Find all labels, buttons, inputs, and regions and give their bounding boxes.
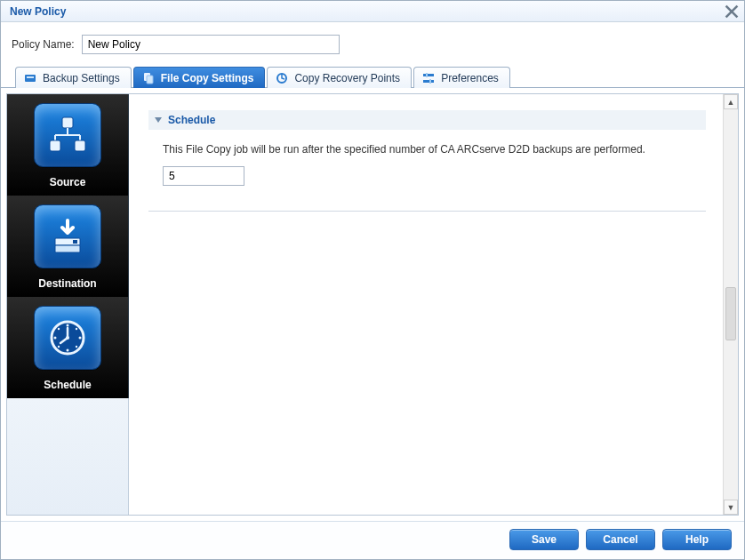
destination-icon bbox=[34, 204, 101, 268]
svg-rect-10 bbox=[429, 79, 431, 84]
tab-preferences[interactable]: Preferences bbox=[413, 67, 510, 88]
schedule-description: This File Copy job will be run after the… bbox=[163, 142, 661, 157]
file-copy-icon bbox=[141, 71, 156, 85]
tab-label: Backup Settings bbox=[43, 72, 120, 84]
cancel-button[interactable]: Cancel bbox=[586, 529, 655, 550]
schedule-section-header[interactable]: Schedule bbox=[148, 110, 706, 130]
svg-point-22 bbox=[67, 324, 69, 327]
tab-label: Copy Recovery Points bbox=[294, 72, 400, 84]
scroll-up-arrow-icon[interactable]: ▲ bbox=[724, 94, 738, 109]
svg-point-25 bbox=[79, 337, 82, 340]
policy-name-input[interactable] bbox=[82, 35, 340, 54]
policy-name-label: Policy Name: bbox=[12, 38, 75, 51]
titlebar: New Policy bbox=[1, 1, 744, 22]
tabs: Backup Settings File Copy Settings Copy … bbox=[1, 63, 744, 88]
svg-rect-3 bbox=[27, 76, 34, 78]
recovery-points-icon bbox=[275, 71, 289, 85]
svg-rect-19 bbox=[55, 245, 80, 252]
sidebar-filler bbox=[7, 398, 129, 515]
schedule-section-body: This File Copy job will be run after the… bbox=[148, 130, 706, 193]
sidebar-item-label: Destination bbox=[7, 274, 128, 292]
scroll-thumb[interactable] bbox=[725, 287, 736, 340]
collapse-triangle-icon bbox=[154, 116, 163, 124]
svg-point-24 bbox=[54, 337, 57, 340]
save-button[interactable]: Save bbox=[509, 529, 579, 550]
policy-name-row: Policy Name: bbox=[1, 22, 744, 63]
svg-point-29 bbox=[76, 346, 77, 348]
svg-rect-20 bbox=[73, 240, 77, 244]
preferences-icon bbox=[421, 71, 436, 85]
main-pane: Schedule This File Copy job will be run … bbox=[129, 94, 738, 515]
svg-point-27 bbox=[76, 328, 77, 330]
close-icon[interactable] bbox=[725, 4, 739, 19]
tab-copy-recovery-points[interactable]: Copy Recovery Points bbox=[267, 67, 412, 88]
svg-point-28 bbox=[58, 346, 60, 348]
svg-rect-11 bbox=[62, 117, 73, 128]
tab-backup-settings[interactable]: Backup Settings bbox=[15, 67, 132, 88]
tab-file-copy-settings[interactable]: File Copy Settings bbox=[133, 67, 266, 88]
sidebar-item-label: Schedule bbox=[7, 375, 128, 393]
sidebar-item-destination[interactable]: Destination bbox=[7, 196, 129, 297]
source-icon bbox=[34, 103, 101, 167]
dialog-footer: Save Cancel Help bbox=[1, 521, 744, 559]
schedule-icon bbox=[34, 306, 101, 370]
svg-point-32 bbox=[66, 336, 69, 340]
content-frame: Source Destination bbox=[6, 93, 739, 516]
svg-rect-9 bbox=[426, 73, 428, 77]
help-button[interactable]: Help bbox=[662, 529, 732, 550]
sidebar: Source Destination bbox=[7, 94, 129, 515]
sidebar-item-schedule[interactable]: Schedule bbox=[7, 297, 129, 398]
dialog-title: New Policy bbox=[10, 5, 66, 18]
new-policy-dialog: New Policy Policy Name: Backup Settings … bbox=[0, 0, 745, 560]
sidebar-item-source[interactable]: Source bbox=[7, 94, 129, 196]
scroll-track[interactable] bbox=[724, 109, 738, 500]
section-divider bbox=[148, 211, 706, 212]
backup-icon bbox=[23, 71, 37, 85]
tab-label: Preferences bbox=[441, 72, 499, 84]
svg-rect-5 bbox=[147, 76, 153, 84]
svg-point-23 bbox=[67, 349, 69, 352]
svg-rect-16 bbox=[50, 140, 60, 151]
svg-point-26 bbox=[58, 328, 60, 330]
scroll-down-arrow-icon[interactable]: ▼ bbox=[724, 500, 738, 515]
schedule-section-title: Schedule bbox=[168, 114, 215, 126]
svg-rect-8 bbox=[423, 80, 434, 83]
svg-rect-7 bbox=[423, 74, 434, 76]
svg-marker-33 bbox=[155, 117, 162, 123]
tab-label: File Copy Settings bbox=[161, 72, 254, 84]
sidebar-item-label: Source bbox=[7, 172, 128, 190]
svg-rect-17 bbox=[75, 140, 85, 151]
backup-count-input[interactable] bbox=[163, 166, 244, 186]
vertical-scrollbar[interactable]: ▲ ▼ bbox=[723, 94, 738, 515]
